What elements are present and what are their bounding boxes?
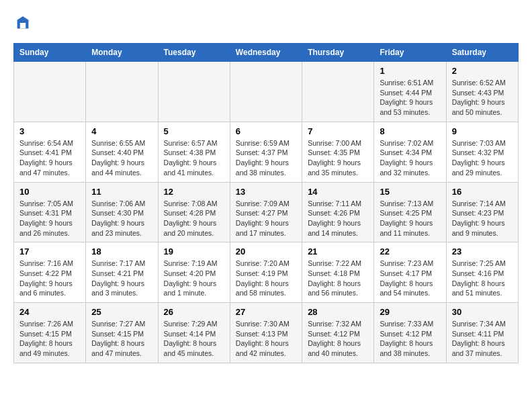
- logo: [13, 13, 35, 32]
- calendar-cell: 19Sunrise: 7:19 AM Sunset: 4:20 PM Dayli…: [158, 242, 230, 303]
- day-info: Sunrise: 6:59 AM Sunset: 4:37 PM Dayligh…: [236, 138, 296, 178]
- day-number: 27: [236, 307, 296, 317]
- day-info: Sunrise: 6:57 AM Sunset: 4:38 PM Dayligh…: [164, 138, 224, 178]
- day-number: 30: [452, 307, 513, 317]
- day-number: 8: [380, 126, 440, 136]
- calendar-cell: [86, 62, 158, 122]
- weekday-header-wednesday: Wednesday: [230, 44, 302, 62]
- day-info: Sunrise: 7:22 AM Sunset: 4:18 PM Dayligh…: [308, 259, 368, 298]
- calendar-cell: 29Sunrise: 7:33 AM Sunset: 4:12 PM Dayli…: [374, 303, 446, 363]
- day-info: Sunrise: 7:17 AM Sunset: 4:21 PM Dayligh…: [91, 259, 152, 298]
- calendar-week-row: 17Sunrise: 7:16 AM Sunset: 4:22 PM Dayli…: [14, 242, 519, 303]
- day-number: 2: [452, 66, 513, 76]
- day-number: 15: [380, 187, 440, 197]
- day-info: Sunrise: 7:09 AM Sunset: 4:27 PM Dayligh…: [236, 199, 296, 238]
- calendar-cell: [302, 62, 374, 122]
- day-info: Sunrise: 7:26 AM Sunset: 4:15 PM Dayligh…: [19, 319, 80, 359]
- weekday-header-thursday: Thursday: [302, 44, 374, 62]
- day-number: 12: [164, 187, 224, 197]
- day-info: Sunrise: 7:27 AM Sunset: 4:15 PM Dayligh…: [91, 319, 152, 359]
- day-number: 11: [91, 187, 152, 197]
- day-info: Sunrise: 7:23 AM Sunset: 4:17 PM Dayligh…: [380, 259, 440, 298]
- calendar-cell: 13Sunrise: 7:09 AM Sunset: 4:27 PM Dayli…: [230, 182, 302, 242]
- calendar-cell: 14Sunrise: 7:11 AM Sunset: 4:26 PM Dayli…: [302, 182, 374, 242]
- calendar-cell: 28Sunrise: 7:32 AM Sunset: 4:12 PM Dayli…: [302, 303, 374, 363]
- day-number: 28: [308, 307, 368, 317]
- day-info: Sunrise: 6:52 AM Sunset: 4:43 PM Dayligh…: [452, 78, 513, 118]
- calendar-cell: 16Sunrise: 7:14 AM Sunset: 4:23 PM Dayli…: [446, 182, 518, 242]
- day-number: 23: [452, 246, 513, 257]
- calendar-week-row: 1Sunrise: 6:51 AM Sunset: 4:44 PM Daylig…: [14, 62, 519, 122]
- day-info: Sunrise: 6:54 AM Sunset: 4:41 PM Dayligh…: [19, 138, 80, 178]
- day-info: Sunrise: 7:16 AM Sunset: 4:22 PM Dayligh…: [19, 259, 80, 298]
- calendar-cell: 12Sunrise: 7:08 AM Sunset: 4:28 PM Dayli…: [158, 182, 230, 242]
- weekday-header-friday: Friday: [374, 44, 446, 62]
- day-number: 22: [380, 246, 440, 257]
- calendar-cell: 17Sunrise: 7:16 AM Sunset: 4:22 PM Dayli…: [14, 242, 86, 303]
- calendar-table: SundayMondayTuesdayWednesdayThursdayFrid…: [13, 43, 519, 363]
- day-info: Sunrise: 7:02 AM Sunset: 4:34 PM Dayligh…: [380, 138, 440, 178]
- calendar-week-row: 3Sunrise: 6:54 AM Sunset: 4:41 PM Daylig…: [14, 122, 519, 182]
- svg-rect-2: [20, 23, 26, 28]
- weekday-header-monday: Monday: [86, 44, 158, 62]
- calendar-cell: 3Sunrise: 6:54 AM Sunset: 4:41 PM Daylig…: [14, 122, 86, 182]
- day-number: 1: [380, 66, 440, 76]
- day-info: Sunrise: 7:34 AM Sunset: 4:11 PM Dayligh…: [452, 319, 513, 359]
- day-number: 16: [452, 187, 513, 197]
- day-number: 26: [164, 307, 224, 317]
- weekday-header-sunday: Sunday: [14, 44, 86, 62]
- calendar-cell: 25Sunrise: 7:27 AM Sunset: 4:15 PM Dayli…: [86, 303, 158, 363]
- day-info: Sunrise: 7:05 AM Sunset: 4:31 PM Dayligh…: [19, 199, 80, 238]
- day-number: 7: [308, 126, 368, 136]
- day-info: Sunrise: 7:08 AM Sunset: 4:28 PM Dayligh…: [164, 199, 224, 238]
- day-number: 10: [19, 187, 80, 197]
- day-info: Sunrise: 7:32 AM Sunset: 4:12 PM Dayligh…: [308, 319, 368, 359]
- calendar-cell: 11Sunrise: 7:06 AM Sunset: 4:30 PM Dayli…: [86, 182, 158, 242]
- day-number: 25: [91, 307, 152, 317]
- day-number: 17: [19, 246, 80, 257]
- calendar-cell: 5Sunrise: 6:57 AM Sunset: 4:38 PM Daylig…: [158, 122, 230, 182]
- day-number: 5: [164, 126, 224, 136]
- calendar-cell: 1Sunrise: 6:51 AM Sunset: 4:44 PM Daylig…: [374, 62, 446, 122]
- day-info: Sunrise: 7:25 AM Sunset: 4:16 PM Dayligh…: [452, 259, 513, 298]
- day-info: Sunrise: 7:19 AM Sunset: 4:20 PM Dayligh…: [164, 259, 224, 298]
- day-number: 20: [236, 246, 296, 257]
- day-number: 19: [164, 246, 224, 257]
- weekday-header-row: SundayMondayTuesdayWednesdayThursdayFrid…: [14, 44, 519, 62]
- calendar-cell: 26Sunrise: 7:29 AM Sunset: 4:14 PM Dayli…: [158, 303, 230, 363]
- calendar-cell: 10Sunrise: 7:05 AM Sunset: 4:31 PM Dayli…: [14, 182, 86, 242]
- day-info: Sunrise: 7:30 AM Sunset: 4:13 PM Dayligh…: [236, 319, 296, 359]
- calendar-week-row: 10Sunrise: 7:05 AM Sunset: 4:31 PM Dayli…: [14, 182, 519, 242]
- day-info: Sunrise: 7:33 AM Sunset: 4:12 PM Dayligh…: [380, 319, 440, 359]
- calendar-cell: 27Sunrise: 7:30 AM Sunset: 4:13 PM Dayli…: [230, 303, 302, 363]
- day-number: 24: [19, 307, 80, 317]
- day-number: 14: [308, 187, 368, 197]
- weekday-header-saturday: Saturday: [446, 44, 518, 62]
- day-number: 21: [308, 246, 368, 257]
- calendar-cell: 21Sunrise: 7:22 AM Sunset: 4:18 PM Dayli…: [302, 242, 374, 303]
- day-number: 6: [236, 126, 296, 136]
- calendar-cell: 23Sunrise: 7:25 AM Sunset: 4:16 PM Dayli…: [446, 242, 518, 303]
- calendar-cell: 6Sunrise: 6:59 AM Sunset: 4:37 PM Daylig…: [230, 122, 302, 182]
- day-number: 13: [236, 187, 296, 197]
- day-number: 9: [452, 126, 513, 136]
- calendar-cell: 18Sunrise: 7:17 AM Sunset: 4:21 PM Dayli…: [86, 242, 158, 303]
- day-info: Sunrise: 7:11 AM Sunset: 4:26 PM Dayligh…: [308, 199, 368, 238]
- calendar-cell: 4Sunrise: 6:55 AM Sunset: 4:40 PM Daylig…: [86, 122, 158, 182]
- calendar-cell: 30Sunrise: 7:34 AM Sunset: 4:11 PM Dayli…: [446, 303, 518, 363]
- calendar-cell: 15Sunrise: 7:13 AM Sunset: 4:25 PM Dayli…: [374, 182, 446, 242]
- day-number: 18: [91, 246, 152, 257]
- day-info: Sunrise: 7:00 AM Sunset: 4:35 PM Dayligh…: [308, 138, 368, 178]
- day-info: Sunrise: 6:51 AM Sunset: 4:44 PM Dayligh…: [380, 78, 440, 118]
- calendar-cell: 9Sunrise: 7:03 AM Sunset: 4:32 PM Daylig…: [446, 122, 518, 182]
- day-info: Sunrise: 7:14 AM Sunset: 4:23 PM Dayligh…: [452, 199, 513, 238]
- day-number: 3: [19, 126, 80, 136]
- day-info: Sunrise: 6:55 AM Sunset: 4:40 PM Dayligh…: [91, 138, 152, 178]
- calendar-cell: [158, 62, 230, 122]
- calendar-cell: 20Sunrise: 7:20 AM Sunset: 4:19 PM Dayli…: [230, 242, 302, 303]
- calendar-cell: 22Sunrise: 7:23 AM Sunset: 4:17 PM Dayli…: [374, 242, 446, 303]
- day-info: Sunrise: 7:13 AM Sunset: 4:25 PM Dayligh…: [380, 199, 440, 238]
- day-number: 29: [380, 307, 440, 317]
- day-info: Sunrise: 7:20 AM Sunset: 4:19 PM Dayligh…: [236, 259, 296, 298]
- day-info: Sunrise: 7:06 AM Sunset: 4:30 PM Dayligh…: [91, 199, 152, 238]
